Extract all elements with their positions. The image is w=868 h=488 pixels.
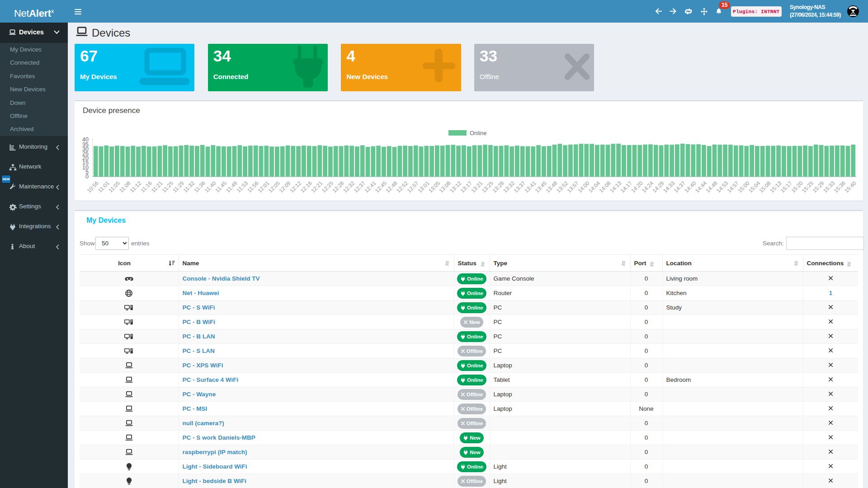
- svg-text:15:04: 15:04: [747, 180, 761, 194]
- svg-text:11:45: 11:45: [214, 180, 228, 194]
- svg-text:14:00: 14:00: [576, 180, 590, 194]
- svg-text:13:12: 13:12: [448, 180, 462, 194]
- svg-text:14:29: 14:29: [651, 180, 665, 194]
- svg-text:13:52: 13:52: [555, 180, 569, 194]
- svg-text:11:01: 11:01: [97, 180, 111, 194]
- svg-text:11:32: 11:32: [182, 180, 196, 194]
- svg-text:12:09: 12:09: [278, 180, 292, 194]
- svg-text:14:48: 14:48: [705, 180, 719, 194]
- svg-text:12:45: 12:45: [374, 180, 388, 194]
- svg-text:14:08: 14:08: [598, 180, 612, 194]
- svg-text:14:57: 14:57: [726, 180, 740, 194]
- svg-text:15:25: 15:25: [801, 180, 815, 194]
- svg-text:14:53: 14:53: [715, 180, 729, 194]
- svg-text:12:12: 12:12: [288, 180, 302, 194]
- svg-text:12:05: 12:05: [267, 180, 281, 194]
- svg-text:11:53: 11:53: [236, 180, 250, 194]
- svg-text:14:37: 14:37: [673, 180, 687, 194]
- svg-text:12:37: 12:37: [353, 180, 367, 194]
- svg-text:12:52: 12:52: [395, 180, 409, 194]
- svg-text:11:08: 11:08: [118, 180, 132, 194]
- svg-text:11:36: 11:36: [193, 180, 207, 194]
- svg-text:12:57: 12:57: [406, 180, 420, 194]
- svg-text:15:36: 15:36: [833, 180, 847, 194]
- svg-text:11:49: 11:49: [225, 180, 239, 194]
- svg-text:11:21: 11:21: [150, 180, 164, 194]
- svg-text:14:44: 14:44: [694, 180, 708, 194]
- svg-text:12:16: 12:16: [299, 180, 313, 194]
- svg-text:13:41: 13:41: [523, 180, 537, 194]
- svg-text:11:05: 11:05: [108, 180, 122, 194]
- svg-text:13:45: 13:45: [534, 180, 548, 194]
- svg-text:14:24: 14:24: [641, 180, 655, 194]
- svg-text:12:41: 12:41: [363, 180, 377, 194]
- svg-text:11:40: 11:40: [203, 180, 217, 194]
- svg-text:13:05: 13:05: [427, 180, 441, 194]
- svg-text:13:28: 13:28: [491, 180, 505, 194]
- svg-text:10:56: 10:56: [86, 180, 100, 194]
- svg-text:14:13: 14:13: [609, 180, 623, 194]
- svg-text:11:56: 11:56: [246, 180, 260, 194]
- svg-text:12:25: 12:25: [321, 180, 335, 194]
- svg-text:13:01: 13:01: [416, 180, 430, 194]
- svg-text:15:29: 15:29: [811, 180, 826, 194]
- svg-text:15:08: 15:08: [758, 180, 772, 194]
- svg-text:Online: Online: [470, 130, 487, 136]
- svg-text:15:17: 15:17: [779, 180, 793, 194]
- svg-text:14:17: 14:17: [619, 180, 633, 194]
- svg-text:12:32: 12:32: [342, 180, 356, 194]
- svg-text:15:40: 15:40: [843, 180, 857, 194]
- svg-text:13:37: 13:37: [513, 180, 527, 194]
- svg-text:15:13: 15:13: [769, 180, 783, 194]
- svg-text:11:12: 11:12: [129, 180, 143, 194]
- svg-text:15:00: 15:00: [736, 180, 750, 194]
- svg-text:40: 40: [82, 136, 89, 143]
- svg-text:12:28: 12:28: [331, 180, 345, 194]
- svg-text:14:20: 14:20: [630, 180, 644, 194]
- svg-text:13:08: 13:08: [438, 180, 452, 194]
- svg-text:13:57: 13:57: [566, 180, 580, 194]
- svg-text:15:20: 15:20: [790, 180, 804, 194]
- svg-text:13:48: 13:48: [545, 180, 559, 194]
- svg-text:12:48: 12:48: [385, 180, 399, 194]
- svg-text:11:25: 11:25: [161, 180, 175, 194]
- svg-text:14:33: 14:33: [662, 180, 676, 194]
- svg-text:13:17: 13:17: [459, 180, 473, 194]
- svg-text:13:25: 13:25: [481, 180, 495, 194]
- svg-text:15:33: 15:33: [822, 180, 836, 194]
- svg-text:12:01: 12:01: [256, 180, 270, 194]
- svg-text:12:21: 12:21: [310, 180, 324, 194]
- svg-text:14:40: 14:40: [683, 180, 697, 194]
- svg-text:11:16: 11:16: [139, 180, 153, 194]
- svg-text:14:04: 14:04: [587, 180, 601, 194]
- svg-text:13:21: 13:21: [470, 180, 484, 194]
- svg-text:11:29: 11:29: [171, 180, 185, 194]
- svg-text:13:32: 13:32: [502, 180, 516, 194]
